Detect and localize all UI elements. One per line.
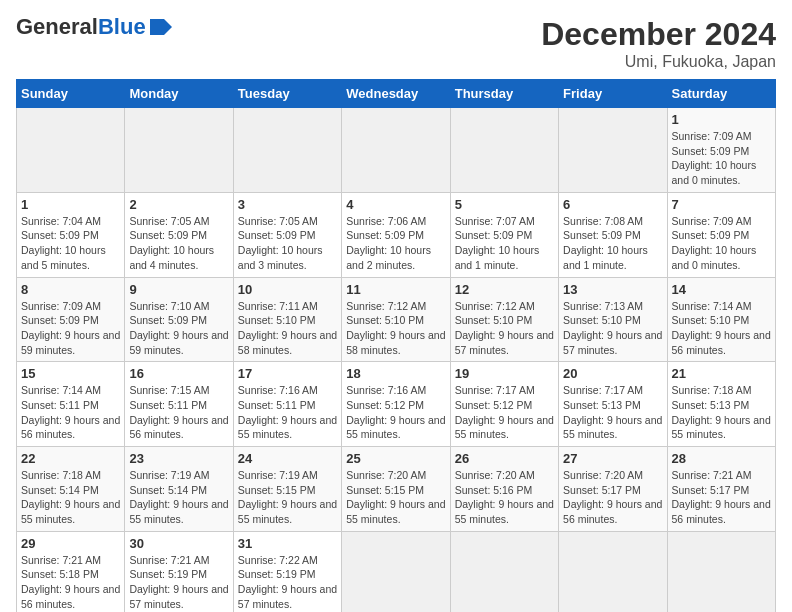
day-number: 2 (129, 197, 228, 212)
calendar-cell (667, 531, 775, 612)
day-detail: Sunrise: 7:10 AMSunset: 5:09 PMDaylight:… (129, 299, 228, 358)
day-detail: Sunrise: 7:21 AMSunset: 5:17 PMDaylight:… (672, 468, 771, 527)
day-detail: Sunrise: 7:09 AMSunset: 5:09 PMDaylight:… (672, 214, 771, 273)
calendar-cell (17, 108, 125, 193)
day-number: 15 (21, 366, 120, 381)
page-header: GeneralBlue December 2024 Umi, Fukuoka, … (16, 16, 776, 71)
calendar-cell: 1Sunrise: 7:04 AMSunset: 5:09 PMDaylight… (17, 192, 125, 277)
day-number: 31 (238, 536, 337, 551)
calendar-cell: 7Sunrise: 7:09 AMSunset: 5:09 PMDaylight… (667, 192, 775, 277)
day-detail: Sunrise: 7:09 AMSunset: 5:09 PMDaylight:… (672, 129, 771, 188)
day-detail: Sunrise: 7:19 AMSunset: 5:15 PMDaylight:… (238, 468, 337, 527)
day-number: 27 (563, 451, 662, 466)
calendar-cell: 13Sunrise: 7:13 AMSunset: 5:10 PMDayligh… (559, 277, 667, 362)
calendar-cell: 8Sunrise: 7:09 AMSunset: 5:09 PMDaylight… (17, 277, 125, 362)
day-detail: Sunrise: 7:12 AMSunset: 5:10 PMDaylight:… (455, 299, 554, 358)
day-detail: Sunrise: 7:13 AMSunset: 5:10 PMDaylight:… (563, 299, 662, 358)
day-number: 9 (129, 282, 228, 297)
day-detail: Sunrise: 7:19 AMSunset: 5:14 PMDaylight:… (129, 468, 228, 527)
day-detail: Sunrise: 7:15 AMSunset: 5:11 PMDaylight:… (129, 383, 228, 442)
day-detail: Sunrise: 7:20 AMSunset: 5:16 PMDaylight:… (455, 468, 554, 527)
calendar-week: 29Sunrise: 7:21 AMSunset: 5:18 PMDayligh… (17, 531, 776, 612)
day-detail: Sunrise: 7:20 AMSunset: 5:15 PMDaylight:… (346, 468, 445, 527)
column-header-wednesday: Wednesday (342, 80, 450, 108)
day-detail: Sunrise: 7:14 AMSunset: 5:11 PMDaylight:… (21, 383, 120, 442)
calendar-cell: 6Sunrise: 7:08 AMSunset: 5:09 PMDaylight… (559, 192, 667, 277)
calendar-cell: 23Sunrise: 7:19 AMSunset: 5:14 PMDayligh… (125, 447, 233, 532)
column-header-sunday: Sunday (17, 80, 125, 108)
column-header-friday: Friday (559, 80, 667, 108)
calendar-table: SundayMondayTuesdayWednesdayThursdayFrid… (16, 79, 776, 612)
day-number: 28 (672, 451, 771, 466)
day-detail: Sunrise: 7:09 AMSunset: 5:09 PMDaylight:… (21, 299, 120, 358)
day-detail: Sunrise: 7:20 AMSunset: 5:17 PMDaylight:… (563, 468, 662, 527)
calendar-cell: 12Sunrise: 7:12 AMSunset: 5:10 PMDayligh… (450, 277, 558, 362)
column-header-saturday: Saturday (667, 80, 775, 108)
column-header-tuesday: Tuesday (233, 80, 341, 108)
calendar-cell: 11Sunrise: 7:12 AMSunset: 5:10 PMDayligh… (342, 277, 450, 362)
day-detail: Sunrise: 7:21 AMSunset: 5:19 PMDaylight:… (129, 553, 228, 612)
day-detail: Sunrise: 7:17 AMSunset: 5:13 PMDaylight:… (563, 383, 662, 442)
day-detail: Sunrise: 7:16 AMSunset: 5:11 PMDaylight:… (238, 383, 337, 442)
day-number: 24 (238, 451, 337, 466)
day-number: 23 (129, 451, 228, 466)
day-detail: Sunrise: 7:18 AMSunset: 5:13 PMDaylight:… (672, 383, 771, 442)
day-detail: Sunrise: 7:16 AMSunset: 5:12 PMDaylight:… (346, 383, 445, 442)
day-number: 17 (238, 366, 337, 381)
day-detail: Sunrise: 7:06 AMSunset: 5:09 PMDaylight:… (346, 214, 445, 273)
column-header-thursday: Thursday (450, 80, 558, 108)
calendar-cell: 21Sunrise: 7:18 AMSunset: 5:13 PMDayligh… (667, 362, 775, 447)
day-detail: Sunrise: 7:11 AMSunset: 5:10 PMDaylight:… (238, 299, 337, 358)
day-detail: Sunrise: 7:08 AMSunset: 5:09 PMDaylight:… (563, 214, 662, 273)
calendar-cell: 9Sunrise: 7:10 AMSunset: 5:09 PMDaylight… (125, 277, 233, 362)
day-detail: Sunrise: 7:17 AMSunset: 5:12 PMDaylight:… (455, 383, 554, 442)
calendar-cell: 14Sunrise: 7:14 AMSunset: 5:10 PMDayligh… (667, 277, 775, 362)
day-number: 13 (563, 282, 662, 297)
day-detail: Sunrise: 7:18 AMSunset: 5:14 PMDaylight:… (21, 468, 120, 527)
day-detail: Sunrise: 7:14 AMSunset: 5:10 PMDaylight:… (672, 299, 771, 358)
day-number: 3 (238, 197, 337, 212)
calendar-week: 1Sunrise: 7:04 AMSunset: 5:09 PMDaylight… (17, 192, 776, 277)
calendar-cell: 25Sunrise: 7:20 AMSunset: 5:15 PMDayligh… (342, 447, 450, 532)
day-detail: Sunrise: 7:12 AMSunset: 5:10 PMDaylight:… (346, 299, 445, 358)
calendar-cell (559, 531, 667, 612)
day-number: 30 (129, 536, 228, 551)
calendar-week: 1Sunrise: 7:09 AMSunset: 5:09 PMDaylight… (17, 108, 776, 193)
calendar-cell: 4Sunrise: 7:06 AMSunset: 5:09 PMDaylight… (342, 192, 450, 277)
day-detail: Sunrise: 7:05 AMSunset: 5:09 PMDaylight:… (238, 214, 337, 273)
day-detail: Sunrise: 7:05 AMSunset: 5:09 PMDaylight:… (129, 214, 228, 273)
calendar-cell: 30Sunrise: 7:21 AMSunset: 5:19 PMDayligh… (125, 531, 233, 612)
calendar-cell (125, 108, 233, 193)
calendar-week: 8Sunrise: 7:09 AMSunset: 5:09 PMDaylight… (17, 277, 776, 362)
calendar-cell: 16Sunrise: 7:15 AMSunset: 5:11 PMDayligh… (125, 362, 233, 447)
calendar-cell: 26Sunrise: 7:20 AMSunset: 5:16 PMDayligh… (450, 447, 558, 532)
svg-marker-0 (150, 19, 172, 35)
calendar-week: 22Sunrise: 7:18 AMSunset: 5:14 PMDayligh… (17, 447, 776, 532)
calendar-cell: 18Sunrise: 7:16 AMSunset: 5:12 PMDayligh… (342, 362, 450, 447)
day-number: 16 (129, 366, 228, 381)
calendar-cell: 29Sunrise: 7:21 AMSunset: 5:18 PMDayligh… (17, 531, 125, 612)
day-number: 22 (21, 451, 120, 466)
day-number: 11 (346, 282, 445, 297)
day-number: 25 (346, 451, 445, 466)
logo: GeneralBlue (16, 16, 172, 38)
column-header-monday: Monday (125, 80, 233, 108)
day-detail: Sunrise: 7:07 AMSunset: 5:09 PMDaylight:… (455, 214, 554, 273)
day-number: 12 (455, 282, 554, 297)
day-number: 26 (455, 451, 554, 466)
calendar-subtitle: Umi, Fukuoka, Japan (541, 53, 776, 71)
calendar-cell (342, 108, 450, 193)
calendar-cell: 28Sunrise: 7:21 AMSunset: 5:17 PMDayligh… (667, 447, 775, 532)
day-number: 7 (672, 197, 771, 212)
day-number: 1 (21, 197, 120, 212)
calendar-title: December 2024 (541, 16, 776, 53)
day-number: 14 (672, 282, 771, 297)
calendar-cell: 22Sunrise: 7:18 AMSunset: 5:14 PMDayligh… (17, 447, 125, 532)
logo-icon (150, 19, 172, 35)
calendar-cell (233, 108, 341, 193)
calendar-cell (450, 108, 558, 193)
day-number: 1 (672, 112, 771, 127)
day-number: 21 (672, 366, 771, 381)
day-number: 10 (238, 282, 337, 297)
calendar-cell: 19Sunrise: 7:17 AMSunset: 5:12 PMDayligh… (450, 362, 558, 447)
